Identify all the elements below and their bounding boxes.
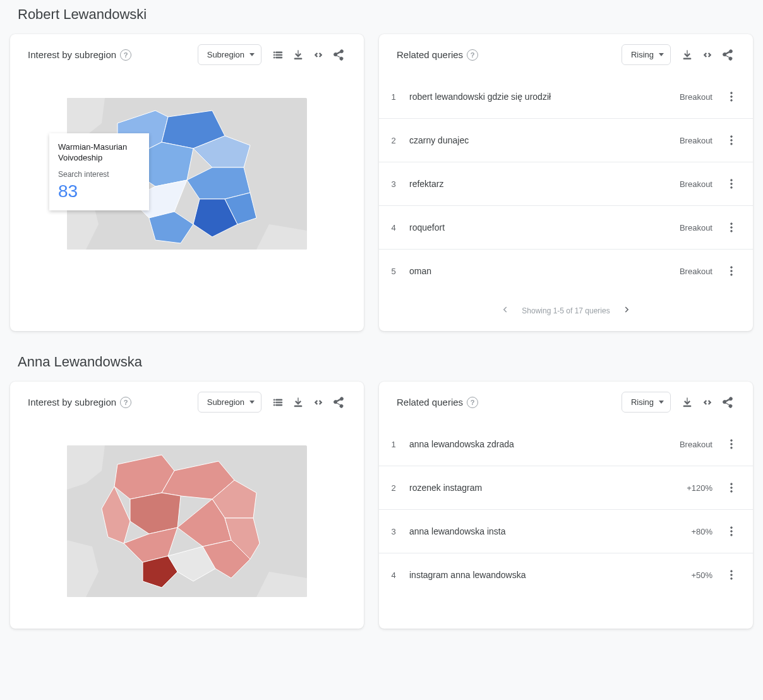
subregion-dropdown[interactable]: Subregion [198, 44, 261, 65]
region[interactable] [149, 212, 193, 243]
query-metric: Breakout [680, 223, 712, 232]
query-text[interactable]: robert lewandowski gdzie się urodził [409, 92, 671, 102]
card-related-queries: Related queries ? Rising [379, 34, 753, 331]
query-row[interactable]: 4 instagram anna lewandowska +50% [379, 553, 753, 596]
query-row[interactable]: 1 anna lewandowska zdrada Breakout [379, 423, 753, 466]
query-rank: 3 [387, 179, 400, 189]
section-title: Robert Lewandowski [18, 6, 753, 23]
card-interest-by-subregion: Interest by subregion ? Subregion [10, 382, 364, 629]
query-text[interactable]: instagram anna lewandowska [409, 570, 682, 580]
query-row[interactable]: 3 anna lewandowska insta +80% [379, 510, 753, 553]
query-rank: 2 [387, 483, 400, 493]
query-row[interactable]: 4 roquefort Breakout [379, 206, 753, 250]
list-view-icon[interactable] [268, 392, 288, 413]
svg-marker-20 [256, 572, 307, 597]
queries-list: 1 robert lewandowski gdzie się urodził B… [379, 75, 753, 293]
poland-map[interactable] [67, 445, 307, 597]
query-metric: Breakout [680, 92, 712, 102]
more-vert-icon[interactable] [721, 174, 742, 194]
help-icon[interactable]: ? [467, 49, 478, 61]
rising-dropdown[interactable]: Rising [622, 44, 671, 65]
download-icon[interactable] [288, 392, 308, 413]
embed-icon[interactable] [308, 45, 328, 65]
chevron-left-icon[interactable] [499, 304, 510, 317]
svg-point-15 [731, 267, 733, 269]
svg-marker-18 [67, 445, 105, 490]
query-text[interactable]: refektarz [409, 179, 671, 189]
section-title: Anna Lewandowska [18, 354, 753, 370]
card-title: Interest by subregion [28, 397, 116, 407]
query-metric: +120% [687, 483, 712, 493]
download-icon[interactable] [288, 45, 308, 65]
query-row[interactable]: 1 robert lewandowski gdzie się urodził B… [379, 75, 753, 119]
card-related-queries: Related queries ? Rising [379, 382, 753, 629]
share-icon[interactable] [718, 392, 738, 413]
query-row[interactable]: 2 czarny dunajec Breakout [379, 119, 753, 162]
svg-point-3 [731, 92, 733, 94]
subregion-dropdown[interactable]: Subregion [198, 392, 261, 413]
more-vert-icon[interactable] [721, 521, 742, 541]
query-row[interactable]: 3 refektarz Breakout [379, 162, 753, 206]
svg-point-26 [731, 491, 733, 493]
share-icon[interactable] [718, 45, 738, 65]
svg-point-5 [731, 100, 733, 102]
card-title: Related queries [397, 397, 463, 407]
more-vert-icon[interactable] [721, 87, 742, 107]
dropdown-label: Rising [631, 50, 654, 59]
caret-down-icon [249, 401, 255, 404]
query-text[interactable]: oman [409, 266, 671, 276]
card-title: Interest by subregion [28, 49, 116, 60]
map-tooltip: Warmian-Masurian Voivodeship Search inte… [49, 133, 149, 210]
more-vert-icon[interactable] [721, 217, 742, 238]
query-text[interactable]: anna lewandowska zdrada [409, 439, 671, 449]
embed-icon[interactable] [697, 45, 718, 65]
share-icon[interactable] [328, 45, 349, 65]
caret-down-icon [659, 401, 664, 404]
queries-list: 1 anna lewandowska zdrada Breakout 2 roz… [379, 423, 753, 596]
query-metric: Breakout [680, 267, 712, 276]
embed-icon[interactable] [308, 392, 328, 413]
more-vert-icon[interactable] [721, 434, 742, 454]
card-interest-by-subregion: Interest by subregion ? Subregion [10, 34, 364, 331]
svg-point-8 [731, 143, 733, 145]
query-rank: 2 [387, 136, 400, 145]
query-row[interactable]: 5 oman Breakout [379, 250, 753, 293]
help-icon[interactable]: ? [120, 49, 131, 61]
more-vert-icon[interactable] [721, 565, 742, 585]
query-row[interactable]: 2 rozenek instagram +120% [379, 466, 753, 510]
share-icon[interactable] [328, 392, 349, 413]
query-text[interactable]: rozenek instagram [409, 483, 678, 493]
caret-down-icon [249, 53, 255, 56]
chevron-right-icon[interactable] [622, 304, 633, 317]
query-text[interactable]: anna lewandowska insta [409, 526, 682, 536]
svg-point-6 [731, 136, 733, 138]
more-vert-icon[interactable] [721, 478, 742, 498]
pager-text: Showing 1-5 of 17 queries [522, 306, 610, 315]
more-vert-icon[interactable] [721, 130, 742, 150]
query-text[interactable]: roquefort [409, 222, 671, 232]
list-view-icon[interactable] [268, 45, 288, 65]
svg-point-31 [731, 574, 733, 576]
query-metric: Breakout [680, 440, 712, 449]
download-icon[interactable] [677, 392, 697, 413]
svg-point-22 [731, 444, 733, 445]
svg-point-28 [731, 531, 733, 533]
caret-down-icon [659, 53, 664, 56]
rising-dropdown[interactable]: Rising [622, 392, 671, 413]
embed-icon[interactable] [697, 392, 718, 413]
svg-point-30 [731, 570, 733, 572]
region[interactable] [130, 493, 181, 534]
query-metric: Breakout [680, 179, 712, 189]
help-icon[interactable]: ? [467, 397, 478, 408]
svg-point-24 [731, 483, 733, 485]
svg-point-21 [731, 440, 733, 442]
query-text[interactable]: czarny dunajec [409, 135, 671, 145]
help-icon[interactable]: ? [120, 397, 131, 408]
download-icon[interactable] [677, 45, 697, 65]
svg-point-32 [731, 578, 733, 580]
svg-point-4 [731, 96, 733, 98]
more-vert-icon[interactable] [721, 261, 742, 281]
region[interactable] [187, 167, 250, 199]
svg-point-16 [731, 270, 733, 272]
tooltip-region-name: Warmian-Masurian Voivodeship [58, 142, 140, 164]
